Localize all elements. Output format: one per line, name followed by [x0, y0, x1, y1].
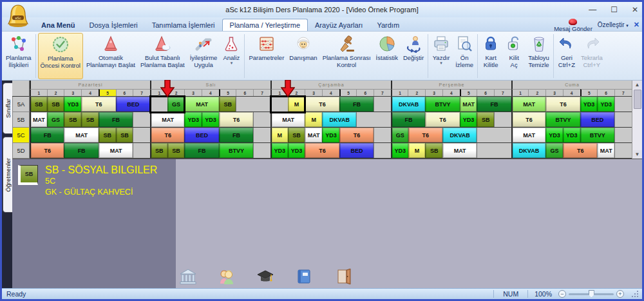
lesson-card-BED[interactable]: BED [184, 128, 218, 142]
ribbon-button-flask[interactable]: Analiz▾ [220, 33, 242, 79]
lesson-card-T6[interactable]: T6 [150, 128, 184, 142]
empty-slot[interactable] [150, 97, 167, 112]
empty-slot[interactable] [374, 143, 391, 158]
empty-slot[interactable] [270, 97, 288, 112]
lesson-card-YD3[interactable]: YD3 [288, 143, 305, 158]
vertical-scrollbar[interactable]: ▲ ▼ [632, 81, 642, 159]
lesson-card-SB[interactable]: SB [99, 128, 116, 142]
lesson-card-FB[interactable]: FB [391, 112, 425, 127]
empty-slot[interactable] [614, 143, 632, 158]
lesson-card-MAT[interactable]: MAT [511, 128, 545, 142]
lesson-card-SB[interactable]: SB [116, 128, 133, 142]
lesson-card-YD3[interactable]: YD3 [391, 143, 408, 158]
lesson-card-BTVY[interactable]: BTVY [425, 97, 459, 112]
lesson-card-MAT[interactable]: MAT [442, 143, 477, 158]
ribbon-button-printer[interactable]: Yazdır▾ [430, 33, 452, 79]
lesson-card-SB[interactable]: SB [219, 97, 236, 112]
lesson-card-FB[interactable]: FB [64, 143, 98, 158]
scroll-down-icon[interactable]: ▼ [633, 150, 642, 159]
scroll-up-icon[interactable]: ▲ [633, 81, 642, 89]
menu-tab-1[interactable]: Dosya İşlemleri [82, 19, 145, 31]
lesson-card-T6[interactable]: T6 [339, 128, 374, 142]
lesson-card-MAT[interactable]: MAT [511, 97, 545, 112]
lesson-card-SB[interactable]: SB [64, 112, 81, 127]
ribbon-button-undo[interactable]: Geri Ctrl+Z [556, 33, 578, 79]
lesson-card-MAT[interactable]: MAT [305, 128, 322, 142]
lesson-card-GS[interactable]: GS [545, 143, 563, 158]
lesson-card-DKVAB[interactable]: DKVAB [391, 97, 425, 112]
empty-slot[interactable] [253, 112, 270, 127]
lesson-card-YD3[interactable]: YD3 [545, 128, 563, 142]
lesson-card-BTVY[interactable]: BTVY [219, 143, 253, 158]
lesson-card-SB[interactable]: SB [288, 128, 305, 142]
send-message-button[interactable]: Mesaj Gönder [554, 19, 592, 32]
lesson-card-SB[interactable]: SB [477, 112, 494, 127]
lesson-card-YD3[interactable]: YD3 [322, 128, 339, 142]
row-label-5C[interactable]: 5C [12, 128, 30, 143]
lesson-card-DKVAB[interactable]: DKVAB [322, 112, 356, 127]
menu-tab-2[interactable]: Tanımlama İşlemleri [145, 19, 222, 31]
empty-slot[interactable] [374, 97, 391, 112]
empty-slot[interactable] [477, 128, 511, 142]
empty-slot[interactable] [374, 128, 391, 142]
lesson-card-YD3[interactable]: YD3 [460, 112, 477, 127]
menu-tab-3[interactable]: Planlama / Yerleştirme [222, 19, 308, 31]
empty-slot[interactable] [614, 112, 632, 127]
row-label-5A[interactable]: 5A [12, 97, 30, 112]
lesson-card-BED[interactable]: BED [580, 112, 614, 127]
minimize-button[interactable]: — [589, 5, 596, 14]
ribbon-button-cone[interactable]: Otomatik Planlamayı Başlat [84, 33, 137, 79]
resize-grip[interactable] [632, 291, 638, 297]
lesson-card-YD3[interactable]: YD3 [270, 143, 288, 158]
lesson-card-GS[interactable]: GS [167, 97, 185, 112]
menu-tab-4[interactable]: Arayüz Ayarları [308, 19, 370, 31]
lesson-card-T6[interactable]: T6 [563, 143, 597, 158]
ribbon-button-unlock[interactable]: Kilit Aç [503, 33, 525, 79]
lesson-card-SB[interactable]: SB [30, 97, 47, 112]
empty-slot[interactable] [133, 112, 150, 127]
empty-slot[interactable] [614, 97, 632, 112]
lesson-card-M[interactable]: M [270, 128, 288, 142]
ribbon-button-escalator[interactable]: İyileştirme Uygula [188, 33, 220, 79]
lesson-card-SB[interactable]: SB [167, 143, 185, 158]
lesson-card-BED[interactable]: BED [339, 143, 374, 158]
ribbon-button-pie[interactable]: İstatistik [374, 33, 400, 79]
ribbon-button-check-seal[interactable]: Planlama Öncesi Kontrol [38, 33, 83, 79]
lesson-card-FB[interactable]: FB [184, 143, 218, 158]
close-document-button[interactable]: ✕ [634, 21, 639, 29]
ribbon-button-preview[interactable]: Ön İzleme [453, 33, 475, 79]
ribbon-button-trash[interactable]: Tabloyu Temizle [526, 33, 551, 79]
ribbon-button-gavel[interactable]: Planlama Sonrası Kontrol [321, 33, 373, 79]
lesson-card-FB[interactable]: FB [99, 112, 133, 127]
lesson-card-GS[interactable]: GS [47, 112, 64, 127]
ribbon-button-lock[interactable]: Kart Kilitle [480, 33, 502, 79]
lesson-card-YD3[interactable]: YD3 [184, 112, 202, 127]
lesson-card-GS[interactable]: GS [391, 128, 408, 142]
lesson-card-T6[interactable]: T6 [305, 143, 339, 158]
row-label-5B[interactable]: 5B [12, 112, 30, 128]
ribbon-button-molecule[interactable]: Planlama İlişkileri [4, 33, 33, 79]
lesson-card-FB[interactable]: FB [219, 128, 253, 142]
lesson-card-YD3[interactable]: YD3 [202, 112, 219, 127]
lesson-card-FB[interactable]: FB [477, 97, 511, 112]
lesson-card-FB[interactable]: FB [339, 97, 374, 112]
zoom-slider-thumb[interactable] [589, 290, 594, 298]
ribbon-button-abacus[interactable]: Parametreler [247, 33, 286, 79]
ribbon-button-swap[interactable]: Değiştir [401, 33, 426, 79]
lesson-card-T6[interactable]: T6 [219, 112, 253, 127]
zoom-slider[interactable] [569, 293, 614, 295]
lesson-card-T6[interactable]: T6 [305, 97, 339, 112]
empty-slot[interactable] [133, 128, 150, 142]
scrollbar-thumb[interactable] [634, 90, 641, 109]
lesson-card-MAT[interactable]: MAT [460, 97, 477, 112]
maximize-button[interactable]: ☐ [611, 5, 618, 14]
empty-slot[interactable] [477, 143, 511, 158]
lesson-card-DKVAB[interactable]: DKVAB [511, 143, 545, 158]
lesson-card-FB[interactable]: FB [30, 128, 64, 142]
customize-button[interactable]: Özelleştir ▾ [598, 21, 629, 28]
empty-slot[interactable] [253, 143, 270, 158]
lesson-card-T6[interactable]: T6 [545, 97, 580, 112]
menu-tab-5[interactable]: Yardım [370, 19, 406, 31]
row-label-5D[interactable]: 5D [12, 143, 30, 159]
empty-slot[interactable] [253, 128, 270, 142]
